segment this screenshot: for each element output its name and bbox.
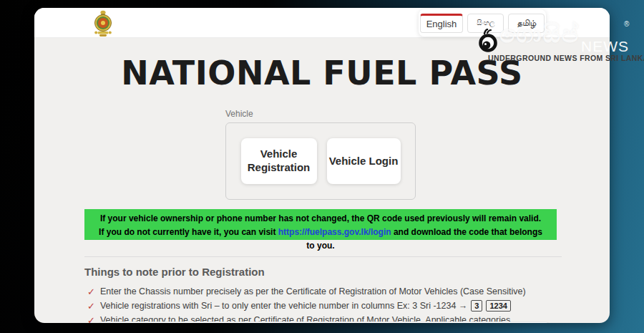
check-icon: ✓ — [87, 286, 95, 297]
fuelpass-login-link[interactable]: https://fuelpass.gov.lk/login — [278, 227, 391, 237]
vehicle-login-button[interactable]: Vehicle Login — [327, 138, 401, 184]
vehicle-registration-button[interactable]: Vehicle Registration — [241, 138, 317, 184]
registered-trademark-icon: ® — [624, 20, 629, 28]
fuel-pass-page: English සිංහල தமிழ் NATIONAL FUEL PASS V… — [34, 8, 610, 323]
section-divider — [84, 256, 562, 257]
sri-lanka-emblem-icon — [92, 9, 114, 41]
vehicle-button-group: Vehicle Registration Vehicle Login — [225, 122, 416, 200]
check-icon: ✓ — [87, 301, 95, 312]
note-text: Enter the Chassis number precisely as pe… — [100, 286, 526, 296]
vehicle-section-label: Vehicle — [225, 109, 416, 119]
language-tab-english[interactable]: English — [420, 14, 464, 33]
truncated-bottom-panel — [97, 322, 551, 323]
language-tab-tamil[interactable]: தமிழ் — [508, 14, 545, 33]
note-item-chassis: ✓ Enter the Chassis number precisely as … — [87, 284, 574, 299]
example-column-box-2: 1234 — [486, 300, 510, 312]
check-icon: ✓ — [87, 315, 95, 324]
vehicle-section: Vehicle Vehicle Registration Vehicle Log… — [225, 109, 416, 200]
page-title: NATIONAL FUEL PASS — [34, 54, 610, 92]
note-text: Vehicle registrations with Sri – to only… — [100, 301, 467, 311]
registration-notes-list: ✓ Enter the Chassis number precisely as … — [87, 284, 574, 323]
language-switcher: English සිංහල தமிழ் — [419, 9, 546, 37]
qr-code-notice-banner: If your vehicle ownership or phone numbe… — [84, 209, 557, 240]
notes-heading: Things to note prior to Registration — [84, 266, 265, 278]
note-item-sri-number: ✓ Vehicle registrations with Sri – to on… — [87, 299, 574, 313]
example-column-box-1: 3 — [471, 300, 482, 312]
language-tab-sinhala[interactable]: සිංහල — [467, 14, 504, 33]
page-header: English සිංහල தமிழ் — [34, 8, 610, 38]
